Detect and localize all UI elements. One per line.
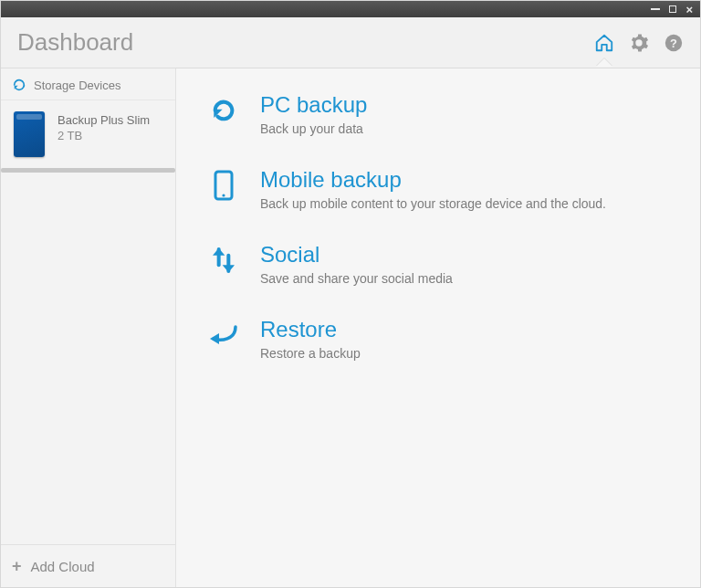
- header-actions: ?: [594, 33, 684, 53]
- action-desc: Save and share your social media: [260, 271, 453, 286]
- action-desc: Back up your data: [260, 121, 367, 136]
- action-social[interactable]: Social Save and share your social media: [207, 242, 682, 286]
- device-capacity: 2 TB: [58, 129, 150, 142]
- close-button[interactable]: ×: [685, 4, 693, 16]
- help-icon: ?: [664, 33, 684, 53]
- undo-circle-icon: [207, 94, 240, 127]
- window-titlebar: ×: [1, 1, 700, 17]
- device-info: Backup Plus Slim 2 TB: [58, 111, 150, 157]
- action-desc: Restore a backup: [260, 346, 361, 361]
- app-window: × Dashboard ?: [0, 0, 701, 588]
- storage-device-item[interactable]: Backup Plus Slim 2 TB: [1, 100, 175, 168]
- add-cloud-label: Add Cloud: [31, 559, 95, 574]
- home-button[interactable]: [594, 33, 614, 53]
- action-pc-backup[interactable]: PC backup Back up your data: [207, 92, 682, 136]
- action-title: Restore: [260, 317, 361, 342]
- refresh-icon: [12, 78, 26, 92]
- action-restore[interactable]: Restore Restore a backup: [207, 317, 682, 361]
- mobile-icon: [207, 169, 240, 202]
- plus-icon: +: [12, 558, 22, 574]
- device-name: Backup Plus Slim: [58, 113, 150, 127]
- settings-button[interactable]: [629, 33, 649, 53]
- action-desc: Back up mobile content to your storage d…: [260, 196, 606, 211]
- action-mobile-backup[interactable]: Mobile backup Back up mobile content to …: [207, 167, 682, 211]
- sidebar: Storage Devices Backup Plus Slim 2 TB + …: [1, 68, 176, 587]
- gear-icon: [629, 33, 649, 53]
- main-panel: PC backup Back up your data Mobile backu…: [176, 68, 700, 587]
- app-header: Dashboard ?: [1, 17, 700, 68]
- maximize-button[interactable]: [669, 5, 676, 13]
- restore-arrow-icon: [207, 319, 240, 352]
- action-title: PC backup: [260, 92, 367, 118]
- sidebar-section-label: Storage Devices: [34, 79, 120, 92]
- sidebar-section-header: Storage Devices: [1, 68, 175, 100]
- add-cloud-button[interactable]: + Add Cloud: [1, 544, 175, 587]
- app-body: Storage Devices Backup Plus Slim 2 TB + …: [1, 68, 700, 587]
- svg-point-3: [222, 194, 225, 196]
- help-button[interactable]: ?: [664, 33, 684, 53]
- svg-text:?: ?: [670, 36, 677, 49]
- drive-icon: [14, 111, 45, 157]
- home-icon: [594, 33, 614, 53]
- action-title: Social: [260, 242, 453, 268]
- sync-arrows-icon: [207, 244, 240, 277]
- action-title: Mobile backup: [260, 167, 606, 193]
- minimize-button[interactable]: [651, 8, 660, 10]
- page-title: Dashboard: [17, 28, 594, 57]
